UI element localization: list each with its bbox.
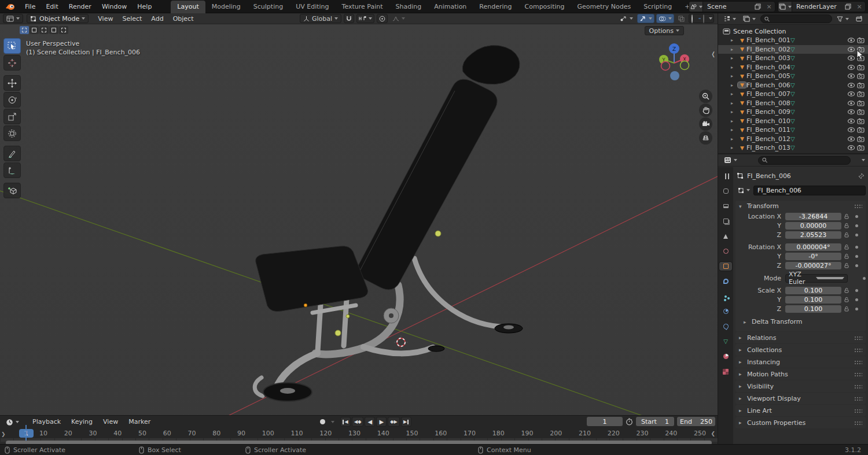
scene-name[interactable]: Scene bbox=[703, 3, 752, 10]
hide-eye-icon[interactable] bbox=[847, 136, 855, 142]
overlays-toggle[interactable] bbox=[656, 14, 674, 23]
expand-icon[interactable]: ▸ bbox=[731, 109, 738, 114]
tab-scene[interactable] bbox=[719, 232, 732, 241]
zoom-icon[interactable] bbox=[699, 90, 712, 103]
outliner-item[interactable]: ▸ ▼ FI_Bench_002 ▽ bbox=[718, 45, 868, 54]
tab-world[interactable] bbox=[719, 247, 732, 256]
expand-icon[interactable]: ▸ bbox=[731, 101, 738, 106]
properties-editor-type-dropdown[interactable] bbox=[722, 156, 740, 165]
mesh-object-icon[interactable]: ▼ bbox=[738, 64, 746, 70]
outliner-item[interactable]: ▸ ▼ FI_Bench_013 ▽ bbox=[718, 143, 868, 153]
shading-wireframe-icon[interactable] bbox=[690, 14, 694, 23]
jump-to-start-button[interactable]: ◀ bbox=[340, 417, 351, 427]
tab-view-layer[interactable] bbox=[719, 217, 732, 225]
hide-eye-icon[interactable] bbox=[847, 55, 855, 61]
number-field[interactable]: 0.100 bbox=[785, 287, 841, 295]
tab-output[interactable] bbox=[719, 202, 732, 210]
keyframe-dot[interactable] bbox=[855, 255, 858, 258]
tool-scale[interactable] bbox=[3, 109, 21, 124]
object-id-icon[interactable] bbox=[735, 186, 752, 195]
menu-item[interactable]: Help bbox=[132, 0, 157, 13]
render-camera-icon[interactable] bbox=[857, 100, 865, 106]
tab-object-data[interactable]: ▽ bbox=[719, 337, 732, 346]
blender-logo-icon[interactable] bbox=[5, 3, 15, 10]
transform-orientation-dropdown[interactable]: Global bbox=[300, 14, 341, 23]
render-camera-icon[interactable] bbox=[857, 91, 865, 97]
object-name[interactable]: FI_Bench_010 bbox=[746, 117, 790, 125]
tab-physics[interactable] bbox=[719, 307, 732, 316]
keyframe-dot[interactable] bbox=[855, 264, 858, 267]
hide-eye-icon[interactable] bbox=[847, 37, 855, 43]
breadcrumb-object-name[interactable]: FI_Bench_006 bbox=[747, 172, 791, 180]
new-scene-icon[interactable] bbox=[752, 3, 763, 10]
remove-layer-icon[interactable]: × bbox=[854, 3, 865, 10]
mesh-object-icon[interactable]: ▼ bbox=[738, 38, 746, 43]
start-frame-field[interactable]: Start1 bbox=[636, 417, 674, 426]
outliner-scene-dropdown[interactable] bbox=[741, 14, 758, 24]
render-camera-icon[interactable] bbox=[857, 37, 865, 43]
timeline-menu-item[interactable]: Marker bbox=[123, 416, 156, 428]
mesh-data-icon[interactable]: ▽ bbox=[790, 109, 800, 115]
mesh-data-icon[interactable]: ▽ bbox=[790, 118, 800, 124]
previous-keyframe-button[interactable]: ◀◆ bbox=[352, 417, 363, 427]
viewport-menu-item[interactable]: View bbox=[93, 13, 117, 24]
timeline-ruler[interactable]: 1020304050607080901001101201301401501601… bbox=[0, 428, 718, 438]
viewport-menu-item[interactable]: Add bbox=[146, 13, 168, 24]
number-field[interactable]: 0.100 bbox=[785, 305, 841, 313]
gizmos-toggle[interactable] bbox=[637, 14, 654, 23]
hide-eye-icon[interactable] bbox=[847, 127, 855, 133]
shading-dropdown-caret[interactable] bbox=[709, 17, 712, 20]
delta-transform-panel-header[interactable]: ▸ Delta Transform bbox=[735, 317, 866, 327]
shading-material-preview-icon[interactable] bbox=[698, 18, 701, 19]
select-mode-invert-icon[interactable] bbox=[49, 26, 58, 34]
keyframe-dot[interactable] bbox=[855, 298, 858, 301]
mesh-object-icon[interactable]: ▼ bbox=[738, 118, 746, 124]
lock-icon[interactable] bbox=[841, 232, 852, 238]
outliner-display-mode-dropdown[interactable] bbox=[721, 14, 738, 24]
expand-icon[interactable]: ▸ bbox=[731, 38, 738, 43]
tab-constraints[interactable] bbox=[719, 322, 732, 331]
outliner-search[interactable] bbox=[760, 14, 832, 23]
number-field[interactable]: -0.000027° bbox=[785, 262, 841, 270]
panel-grip[interactable] bbox=[854, 348, 862, 352]
panel-grip[interactable] bbox=[854, 372, 862, 376]
outliner-item[interactable]: ▸ ▼ FI_Bench_003 ▽ bbox=[718, 54, 868, 63]
workspace-tab[interactable]: Texture Paint bbox=[336, 1, 389, 13]
tab-particles[interactable] bbox=[719, 292, 732, 301]
mesh-object-icon[interactable]: ▼ bbox=[738, 136, 746, 142]
mesh-object-icon[interactable]: ▼ bbox=[738, 91, 746, 97]
panel-grip[interactable] bbox=[854, 360, 862, 364]
viewport-menu-item[interactable]: Object bbox=[168, 13, 198, 24]
expand-icon[interactable]: ▸ bbox=[731, 127, 738, 132]
select-mode-subtract-icon[interactable] bbox=[39, 26, 49, 34]
scene-icon[interactable] bbox=[689, 1, 703, 12]
lock-icon[interactable] bbox=[841, 245, 852, 250]
object-name[interactable]: FI_Bench_013 bbox=[746, 144, 790, 151]
timeline-menu-item[interactable]: Playback bbox=[27, 416, 66, 428]
hide-eye-icon[interactable] bbox=[847, 109, 855, 115]
mesh-object-icon[interactable]: ▼ bbox=[738, 46, 746, 52]
render-camera-icon[interactable] bbox=[857, 73, 865, 79]
mesh-data-icon[interactable]: ▽ bbox=[790, 55, 800, 61]
scene-selector[interactable]: Scene × bbox=[689, 1, 775, 12]
outliner-item[interactable]: ▸ ▼ FI_Bench_008 ▽ bbox=[718, 99, 868, 108]
tool-annotate[interactable] bbox=[3, 146, 21, 161]
options-button[interactable]: Options bbox=[645, 26, 684, 35]
outliner-item[interactable]: ▸ ▼ FI_Bench_007 ▽ bbox=[718, 90, 868, 99]
end-frame-field[interactable]: End250 bbox=[677, 417, 715, 426]
mesh-data-icon[interactable]: ▽ bbox=[790, 91, 800, 97]
properties-options-caret[interactable] bbox=[862, 159, 865, 161]
shading-solid-icon[interactable] bbox=[695, 18, 697, 19]
keyframe-dot[interactable] bbox=[863, 277, 866, 280]
properties-panel-header[interactable]: ▸ Visibility bbox=[735, 380, 866, 392]
lock-icon[interactable] bbox=[841, 223, 852, 228]
object-visibility-dropdown[interactable] bbox=[617, 14, 635, 23]
lock-icon[interactable] bbox=[841, 263, 852, 268]
snap-settings-dropdown[interactable] bbox=[356, 14, 374, 23]
keyframe-dot[interactable] bbox=[855, 246, 858, 249]
workspace-tab[interactable]: UV Editing bbox=[289, 1, 335, 13]
mesh-object-icon[interactable]: ▼ bbox=[738, 73, 746, 79]
workspace-tab[interactable]: Scripting bbox=[637, 1, 678, 13]
tab-render[interactable] bbox=[719, 187, 732, 195]
outliner-scene-collection[interactable]: Scene Collection bbox=[718, 27, 868, 36]
